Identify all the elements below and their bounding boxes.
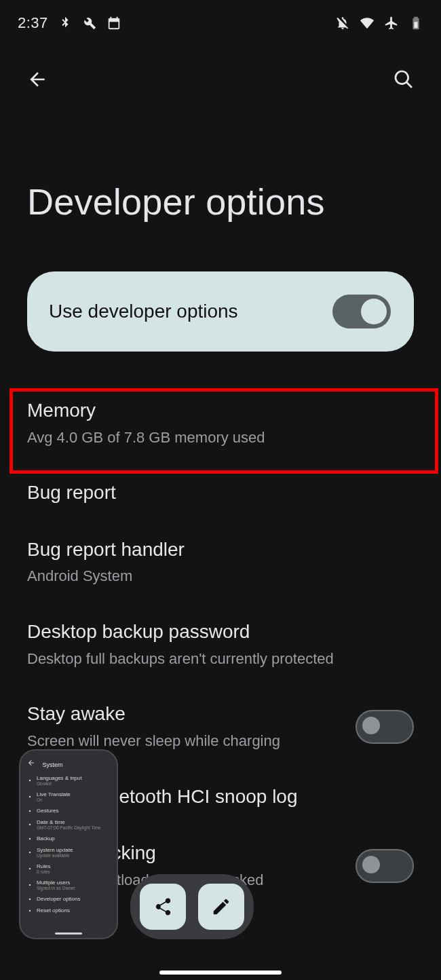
thumb-row: Date & timeGMT-07:00 Pacific Daylight Ti… <box>20 816 117 833</box>
bug-report-title: Bug report <box>27 481 116 504</box>
battery-icon <box>408 16 423 31</box>
svg-point-7 <box>29 884 31 886</box>
svg-point-8 <box>29 898 31 900</box>
bluetooth-icon <box>58 16 73 31</box>
use-developer-options-row[interactable]: Use developer options <box>27 271 414 352</box>
bug-report-handler-subtitle: Android System <box>27 566 185 586</box>
edit-icon <box>211 897 231 917</box>
thumb-row: Backup <box>20 833 117 844</box>
thumb-row: Languages & inputGboard <box>20 772 117 789</box>
share-button[interactable] <box>140 884 186 930</box>
svg-point-3 <box>29 824 31 826</box>
search-button[interactable] <box>384 60 423 99</box>
use-developer-options-switch[interactable] <box>332 295 391 328</box>
bug-report-item[interactable]: Bug report <box>27 465 414 522</box>
thumb-header: System <box>42 761 62 768</box>
share-icon <box>153 897 173 917</box>
wifi-icon <box>360 16 375 31</box>
arrow-back-icon <box>26 69 48 90</box>
screenshot-thumbnail[interactable]: System Languages & inputGboardLive Trans… <box>19 749 118 939</box>
bug-report-handler-item[interactable]: Bug report handler Android System <box>27 522 414 604</box>
thumb-row: Reset options <box>20 905 117 916</box>
gesture-handle[interactable] <box>159 970 282 975</box>
stay-awake-switch[interactable] <box>356 710 414 744</box>
memory-title: Memory <box>27 399 265 422</box>
svg-point-9 <box>29 909 31 911</box>
desktop-backup-password-item[interactable]: Desktop backup password Desktop full bac… <box>27 604 414 686</box>
oem-unlocking-switch[interactable] <box>356 849 414 883</box>
svg-point-6 <box>29 868 31 870</box>
bug-report-handler-title: Bug report handler <box>27 538 185 561</box>
search-icon <box>393 69 415 90</box>
svg-point-2 <box>29 810 31 812</box>
desktop-backup-password-title: Desktop backup password <box>27 620 334 643</box>
desktop-backup-password-subtitle: Desktop full backups aren't currently pr… <box>27 649 334 669</box>
thumb-rows: Languages & inputGboardLive TranslateOnG… <box>20 772 117 916</box>
airplane-icon <box>384 16 399 31</box>
status-bar: 2:37 <box>0 0 441 39</box>
stay-awake-subtitle: Screen will never sleep while charging <box>27 731 280 751</box>
thumb-row: System updateUpdate available <box>20 844 117 861</box>
svg-point-1 <box>29 796 31 798</box>
thumb-row: Developer options <box>20 893 117 905</box>
page-title: Developer options <box>0 106 441 258</box>
thumb-row: Rules0 rules <box>20 861 117 877</box>
dnd-off-icon <box>335 16 350 31</box>
svg-point-5 <box>29 852 31 854</box>
app-bar <box>0 39 441 106</box>
edit-button[interactable] <box>198 884 244 930</box>
svg-point-0 <box>29 780 31 782</box>
memory-item[interactable]: Memory Avg 4.0 GB of 7.8 GB memory used <box>27 383 414 465</box>
thumb-row: Multiple usersSigned in as Owner <box>20 877 117 893</box>
stay-awake-title: Stay awake <box>27 702 280 725</box>
wrench-icon <box>82 16 97 31</box>
screenshot-preview-overlay: System Languages & inputGboardLive Trans… <box>19 749 254 939</box>
screenshot-actions <box>130 874 254 939</box>
calendar-icon <box>107 16 121 31</box>
status-time: 2:37 <box>18 14 48 32</box>
use-developer-options-label: Use developer options <box>49 301 238 322</box>
back-button[interactable] <box>18 60 57 99</box>
svg-point-4 <box>29 837 31 840</box>
memory-subtitle: Avg 4.0 GB of 7.8 GB memory used <box>27 428 265 448</box>
thumb-handle <box>55 932 82 935</box>
arrow-back-icon <box>27 759 35 767</box>
thumb-row: Gestures <box>20 805 117 816</box>
thumb-row: Live TranslateOn <box>20 789 117 805</box>
